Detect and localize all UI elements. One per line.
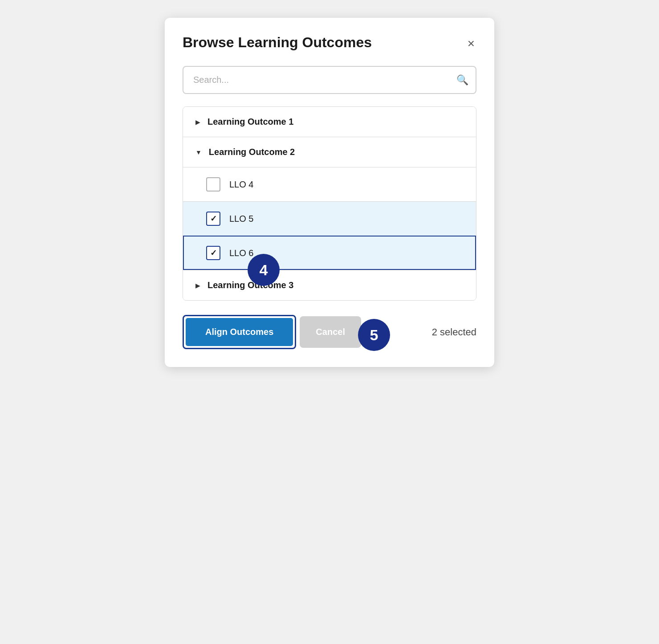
cancel-button[interactable]: Cancel (300, 316, 361, 348)
checkmark-llo6: ✓ (210, 248, 217, 258)
outcome-header-lo1[interactable]: ▶ Learning Outcome 1 (183, 107, 476, 137)
outcome-group-lo3: ▶ Learning Outcome 3 (183, 270, 476, 300)
chevron-down-icon-lo2: ▼ (195, 149, 202, 156)
child-label-llo4: LLO 4 (229, 179, 253, 190)
outcome-child-llo4[interactable]: LLO 4 (183, 167, 476, 201)
align-button-wrapper: Align Outcomes (183, 315, 296, 349)
outcome-header-lo2[interactable]: ▼ Learning Outcome 2 (183, 137, 476, 167)
modal-container: Browse Learning Outcomes × 🔍 ▶ Learning … (165, 18, 494, 367)
outcomes-list: ▶ Learning Outcome 1 ▼ Learning Outcome … (183, 106, 476, 301)
outcome-header-lo3[interactable]: ▶ Learning Outcome 3 (183, 270, 476, 300)
outcome-label-lo1: Learning Outcome 1 (207, 117, 293, 127)
checkbox-llo5[interactable]: ✓ (206, 212, 220, 226)
chevron-right-icon-lo3: ▶ (195, 282, 200, 289)
close-button[interactable]: × (466, 36, 476, 52)
outcome-group-lo2: ▼ Learning Outcome 2 LLO 4 ✓ LLO 5 (183, 137, 476, 270)
modal-header: Browse Learning Outcomes × (183, 34, 476, 52)
footer: Align Outcomes Cancel 2 selected (183, 313, 476, 349)
checkbox-llo6[interactable]: ✓ (206, 246, 220, 260)
chevron-right-icon-lo1: ▶ (195, 118, 200, 126)
outcome-group-lo1: ▶ Learning Outcome 1 (183, 107, 476, 137)
child-label-llo6: LLO 6 (229, 248, 253, 258)
search-input[interactable] (183, 66, 476, 94)
checkmark-llo5: ✓ (210, 214, 217, 224)
outcome-label-lo2: Learning Outcome 2 (209, 147, 295, 157)
child-label-llo5: LLO 5 (229, 214, 253, 224)
checkbox-llo4[interactable] (206, 177, 220, 192)
align-outcomes-button[interactable]: Align Outcomes (186, 318, 293, 346)
outcome-child-llo6[interactable]: ✓ LLO 6 (183, 236, 476, 270)
outcome-children-lo2: LLO 4 ✓ LLO 5 ✓ LLO 6 (183, 167, 476, 270)
outcome-child-llo5[interactable]: ✓ LLO 5 (183, 201, 476, 236)
search-container: 🔍 (183, 66, 476, 94)
selected-count: 2 selected (432, 326, 476, 338)
modal-title: Browse Learning Outcomes (183, 34, 372, 51)
outcome-label-lo3: Learning Outcome 3 (207, 280, 293, 290)
